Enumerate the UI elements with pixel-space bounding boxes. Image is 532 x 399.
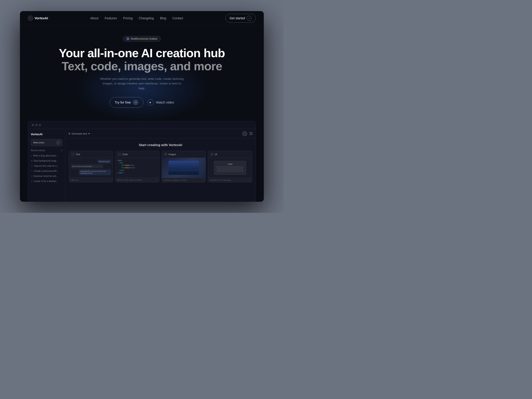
recent-item-icon-5: ⊡ xyxy=(31,180,32,183)
code-card-header: </> Code xyxy=(115,151,159,158)
app-preview: VortexAI New entry + Recent entries ∧ ≡ … xyxy=(28,121,256,202)
generate-text-tab[interactable]: Generate text ▾ xyxy=(69,132,90,135)
text-card-icon: ≡ xyxy=(71,153,75,156)
menu-line-3 xyxy=(249,134,253,135)
sidebar-logo: VortexAI xyxy=(31,133,63,136)
nav-features[interactable]: Features xyxy=(105,16,117,20)
login-input-email xyxy=(217,166,243,169)
badge-icon xyxy=(126,37,129,40)
logo-text: VortexAI xyxy=(35,16,48,20)
recent-item-text-1: Dark background imag... xyxy=(34,160,62,162)
code-card-icon: </> xyxy=(118,153,121,156)
login-input-password xyxy=(217,170,243,172)
images-card-send-icon: → xyxy=(202,179,204,181)
new-entry-label: New entry xyxy=(33,141,44,144)
app-body: VortexAI New entry + Recent entries ∧ ≡ … xyxy=(28,129,256,202)
recent-item-text-0: Write a blog about desi... xyxy=(33,154,62,157)
nav-pricing[interactable]: Pricing xyxy=(123,16,133,20)
chat-preview: How are you? Sure! Here's an example: Do… xyxy=(69,158,113,178)
recent-label-row: Recent entries ∧ xyxy=(31,149,63,152)
menu-line-2 xyxy=(249,133,253,134)
badge-text: Multifunctional chatbot xyxy=(131,37,157,40)
recent-item-text-2: Improve this code for a... xyxy=(34,165,62,167)
dot-green xyxy=(39,124,41,126)
image-inner xyxy=(168,161,199,175)
app-titlebar xyxy=(28,121,256,129)
recent-item-text-4: Grammar check for arti... xyxy=(33,175,62,177)
menu-icon[interactable] xyxy=(249,132,253,135)
code-card-label: Code xyxy=(122,153,128,156)
ui-card-footer[interactable]: Generate UI for a login page → xyxy=(208,178,252,182)
user-avatar[interactable] xyxy=(242,131,247,136)
nav-contact[interactable]: Contact xyxy=(172,16,183,20)
images-card-icon: ⊞ xyxy=(164,153,167,156)
watch-video-button[interactable]: ▶ Watch video xyxy=(147,99,174,106)
images-card-header: ⊞ Images xyxy=(162,151,205,158)
hero-title-sub: Text, code, images, and more xyxy=(29,60,255,73)
nav-changelog[interactable]: Changelog xyxy=(139,16,154,20)
login-title: Login xyxy=(217,163,243,165)
chevron-down-icon: ▾ xyxy=(89,132,90,135)
code-card: </> Code <nav> <ul> <li>Home</li> <li>Ab… xyxy=(115,151,159,183)
recent-item-icon-0: ≡ xyxy=(31,154,32,157)
recent-item-text-3: Create a persona profil... xyxy=(34,170,62,172)
recent-item[interactable]: ☉ Create a persona profil... › xyxy=(31,169,63,173)
ui-card: ⊡ UI Login xyxy=(208,151,252,183)
ui-card-body: Login xyxy=(208,158,252,178)
recent-item-icon-4: ≡ xyxy=(31,175,32,177)
code-card-body: <nav> <ul> <li>Home</li> <li>About</li> … xyxy=(115,158,159,178)
ui-card-label: UI xyxy=(215,153,217,156)
recent-chevron-icon: ∧ xyxy=(61,149,63,152)
app-content: Start creating with VortexAI ≡ Text How … xyxy=(65,139,256,202)
recent-item-arrow-0: › xyxy=(62,154,63,157)
app-topbar: Generate text ▾ xyxy=(65,129,256,139)
try-free-arrow-icon: → xyxy=(133,100,138,105)
hero-badge: Multifunctional chatbot xyxy=(123,36,160,42)
recent-item[interactable]: ‹/› Improve this code for a... › xyxy=(31,164,63,168)
recent-item-arrow-2: › xyxy=(62,165,63,167)
watch-video-label: Watch video xyxy=(156,101,174,104)
try-free-label: Try for free xyxy=(115,101,131,104)
hero-section: Multifunctional chatbot Your all-in-one … xyxy=(20,25,264,115)
text-card-footer[interactable]: Type here... → xyxy=(69,178,113,182)
navbar: VortexAI About Features Pricing Changelo… xyxy=(20,11,264,25)
images-card-placeholder: Generate an image of an ocean xyxy=(164,179,201,181)
nav-links: About Features Pricing Changelog Blog Co… xyxy=(90,16,183,20)
code-card-send-icon: → xyxy=(156,179,157,181)
recent-item-arrow-5: › xyxy=(62,180,63,182)
logo-icon xyxy=(28,16,33,21)
new-entry-button[interactable]: New entry + xyxy=(31,139,63,146)
recent-item-arrow-3: › xyxy=(62,170,63,172)
chat-msg-bot: Sure! Here's an example: xyxy=(71,165,103,168)
recent-item[interactable]: ⊡ Create UI for a dashbo... › xyxy=(31,179,63,183)
feature-cards-grid: ≡ Text How are you? Sure! Here's an exam… xyxy=(69,151,252,183)
recent-item[interactable]: ≡ Write a blog about desi... › xyxy=(31,154,63,158)
text-card-body: How are you? Sure! Here's an example: Do… xyxy=(69,158,113,178)
get-started-arrow-icon: → xyxy=(247,16,252,21)
image-horizon xyxy=(168,170,199,171)
images-card-footer[interactable]: Generate an image of an ocean → xyxy=(162,178,205,182)
nav-about[interactable]: About xyxy=(90,16,98,20)
recent-item-arrow-4: › xyxy=(62,175,63,177)
get-started-button[interactable]: Get started → xyxy=(225,14,256,23)
try-free-button[interactable]: Try for free → xyxy=(110,97,144,108)
recent-item-icon-2: ‹/› xyxy=(31,165,33,167)
images-card-body xyxy=(162,158,205,178)
start-title: Start creating with VortexAI xyxy=(69,143,252,147)
nav-blog[interactable]: Blog xyxy=(160,16,166,20)
ui-card-header: ⊡ UI xyxy=(208,151,252,158)
text-card-send-icon: → xyxy=(109,179,111,181)
ui-card-icon: ⊡ xyxy=(210,153,214,156)
text-card: ≡ Text How are you? Sure! Here's an exam… xyxy=(69,151,113,183)
recent-item-arrow-1: › xyxy=(62,160,63,162)
code-card-footer[interactable]: Write an HTML code for a Navbar → xyxy=(115,178,159,182)
recent-item-text-5: Create UI for a dashbo... xyxy=(34,180,62,183)
chat-msg-user2: Doing great! Can you tell me the meaning… xyxy=(79,169,111,175)
plus-icon: + xyxy=(57,141,60,144)
recent-item[interactable]: ⊞ Dark background imag... › xyxy=(31,159,63,163)
dot-red xyxy=(32,124,34,126)
logo: VortexAI xyxy=(28,16,48,21)
menu-line-1 xyxy=(249,132,253,133)
app-sidebar: VortexAI New entry + Recent entries ∧ ≡ … xyxy=(28,129,65,202)
recent-item[interactable]: ≡ Grammar check for arti... › xyxy=(31,174,63,178)
